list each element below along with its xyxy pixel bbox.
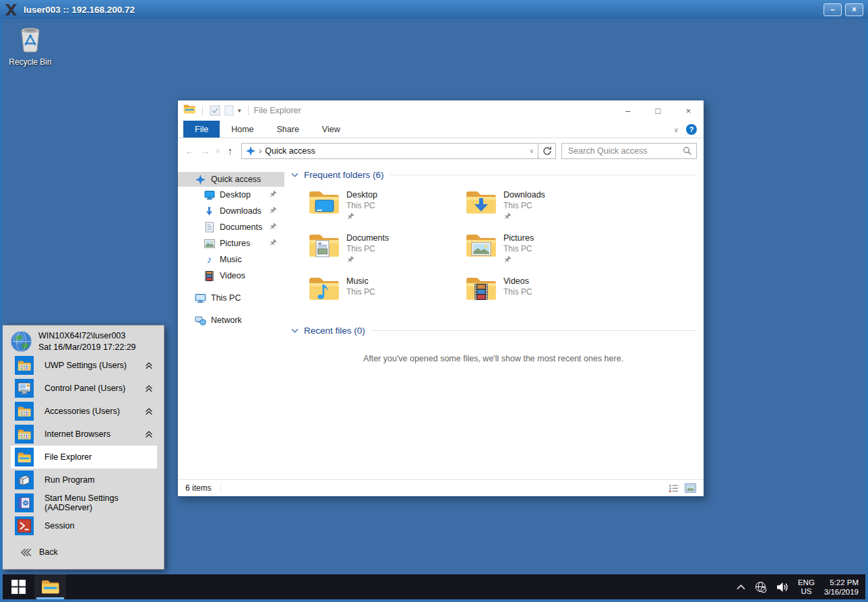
folder-apps-icon	[15, 356, 34, 375]
globe-icon	[10, 330, 32, 354]
chevron-down-icon[interactable]	[291, 173, 299, 177]
sidebar-item-downloads[interactable]: Downloads	[178, 203, 284, 219]
explorer-titlebar[interactable]: ▾ File Explorer – □ ×	[178, 100, 704, 121]
back-button[interactable]: ←	[182, 145, 197, 156]
folder-tile-documents[interactable]: A Documents This PC	[308, 232, 465, 275]
launcher-item-session[interactable]: Session	[11, 514, 157, 537]
address-bar[interactable]: › Quick access ∨	[241, 143, 538, 159]
viewer-close-button[interactable]: ×	[845, 3, 863, 16]
sidebar-item-quick-access[interactable]: Quick access	[178, 172, 284, 187]
tab-view[interactable]: View	[311, 121, 352, 138]
start-button[interactable]	[3, 574, 34, 599]
launcher-item-file-explorer[interactable]: File Explorer	[11, 446, 157, 469]
sidebar-item-this-pc[interactable]: This PC	[178, 290, 284, 306]
qat-properties-icon[interactable]	[210, 105, 220, 116]
clock[interactable]: 5:22 PM 3/16/2019	[824, 578, 859, 597]
folder-name: Downloads	[503, 189, 545, 200]
nav-pictures-icon	[204, 238, 215, 249]
sidebar-item-music[interactable]: ♪ Music	[178, 251, 284, 268]
session-datetime: Sat 16/Mar/2019 17:22:29	[38, 342, 136, 353]
taskbar-file-explorer-button[interactable]	[34, 574, 66, 599]
folder-location: This PC	[346, 200, 377, 211]
launcher-item-run-program[interactable]: Run Program	[11, 469, 157, 491]
explorer-app-icon	[183, 104, 195, 117]
folder-pictures-icon	[465, 232, 499, 264]
collapse-chevron-icon[interactable]	[145, 431, 153, 438]
viewer-title: luser003 :: 192.168.200.72	[24, 5, 135, 15]
sidebar-item-videos[interactable]: Videos	[178, 268, 284, 284]
tab-home[interactable]: Home	[220, 121, 265, 138]
chevron-down-icon[interactable]	[291, 328, 299, 333]
up-button[interactable]: ↑	[222, 145, 238, 156]
pin-icon	[269, 190, 277, 200]
folder-tile-pictures[interactable]: Pictures This PC	[465, 232, 622, 275]
network-globe-icon[interactable]	[755, 581, 767, 593]
frequent-folders-header[interactable]: Frequent folders (6)	[291, 170, 697, 180]
folder-location: This PC	[503, 243, 534, 254]
pin-icon	[269, 222, 277, 233]
address-dropdown-icon[interactable]: ∨	[529, 148, 534, 154]
sidebar-item-label: Music	[220, 255, 242, 264]
navigation-pane: Quick access Desktop Downloads Documents…	[178, 163, 284, 479]
launcher-item-label: Session	[44, 521, 74, 531]
explorer-close-button[interactable]: ×	[673, 100, 704, 121]
divider	[390, 175, 697, 175]
search-icon[interactable]	[683, 146, 691, 155]
details-view-icon[interactable]	[669, 484, 679, 493]
search-box[interactable]	[561, 143, 697, 159]
desktop: Recycle Bin ▾ File Explorer	[3, 19, 865, 574]
folder-tile-videos[interactable]: Videos This PC	[465, 275, 622, 318]
tab-file[interactable]: File	[183, 121, 220, 138]
explorer-maximize-button[interactable]: □	[643, 100, 673, 121]
folder-tile-desktop[interactable]: Desktop This PC	[308, 189, 465, 232]
recent-locations-icon[interactable]: ∨	[213, 148, 222, 154]
forward-button[interactable]: →	[197, 145, 213, 156]
nav-music-icon: ♪	[204, 254, 215, 265]
launcher-item-internet-browsers[interactable]: Internet Browsers	[11, 423, 157, 446]
explorer-minimize-button[interactable]: –	[613, 100, 643, 121]
folder-tile-music[interactable]: Music This PC	[308, 275, 465, 318]
launcher-header: WIN10X64I72\luser003 Sat 16/Mar/2019 17:…	[3, 326, 164, 354]
launcher-item-label: Control Panel (Users)	[44, 384, 125, 393]
launcher-item-start-menu-settings-aadserver[interactable]: Start Menu Settings (AADServer)	[11, 491, 157, 514]
launcher-item-control-panel-users[interactable]: Control Panel (Users)	[11, 377, 157, 400]
collapse-chevron-icon[interactable]	[145, 362, 153, 369]
sidebar-item-documents[interactable]: Documents	[178, 219, 284, 235]
viewer-minimize-button[interactable]: –	[824, 3, 842, 16]
run-icon	[15, 471, 34, 489]
back-button-launcher[interactable]: Back	[21, 542, 164, 562]
sidebar-item-pictures[interactable]: Pictures	[178, 235, 284, 251]
viewer-titlebar: luser003 :: 192.168.200.72 – ×	[0, 0, 868, 19]
folder-tile-downloads[interactable]: Downloads This PC	[465, 189, 622, 232]
thumbnail-view-icon[interactable]	[685, 483, 696, 493]
sidebar-item-network[interactable]: Network	[178, 312, 284, 328]
recent-files-header[interactable]: Recent files (0)	[291, 326, 697, 336]
collapse-chevron-icon[interactable]	[145, 385, 153, 392]
recycle-bin-desktop-icon[interactable]: Recycle Bin	[5, 23, 55, 67]
folder-location: This PC	[346, 287, 375, 297]
nav-documents-icon	[204, 222, 215, 233]
launcher-item-accessories-users[interactable]: Accessories (Users)	[11, 400, 157, 423]
divider	[371, 330, 697, 331]
collapse-chevron-icon[interactable]	[145, 408, 153, 415]
nav-desktop-icon	[204, 189, 215, 200]
breadcrumb-location[interactable]: Quick access	[265, 146, 315, 156]
qat-new-folder-icon[interactable]	[224, 105, 234, 116]
ribbon-collapse-icon[interactable]: ∨	[674, 126, 679, 133]
tray-chevron-up-icon[interactable]	[737, 584, 745, 590]
qat-dropdown-icon[interactable]: ▾	[238, 107, 241, 114]
help-button[interactable]: ?	[686, 124, 697, 135]
this-pc-icon	[195, 293, 206, 303]
language-indicator[interactable]: ENG US	[798, 578, 815, 596]
sidebar-item-label: Quick access	[211, 175, 261, 184]
launcher-item-uwp-settings-users[interactable]: UWP Settings (Users)	[11, 354, 157, 377]
speaker-icon[interactable]	[776, 582, 788, 593]
search-input[interactable]	[567, 146, 683, 156]
breadcrumb-chevron: ›	[259, 146, 261, 156]
system-tray: ENG US 5:22 PM 3/16/2019	[737, 574, 865, 599]
refresh-button[interactable]	[538, 143, 556, 159]
pin-icon	[346, 255, 389, 264]
back-label: Back	[39, 547, 58, 557]
tab-share[interactable]: Share	[266, 121, 311, 138]
sidebar-item-desktop[interactable]: Desktop	[178, 187, 284, 203]
